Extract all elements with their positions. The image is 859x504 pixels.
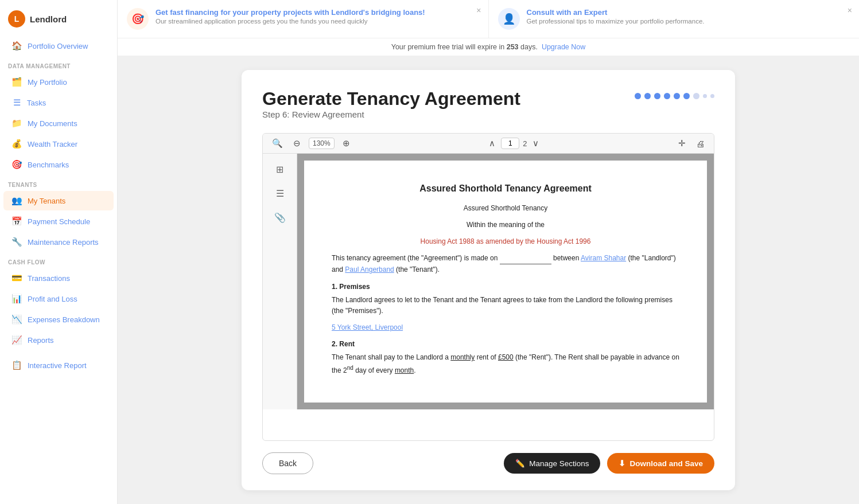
banners-row: 🎯 Get fast financing for your property p… bbox=[118, 0, 859, 38]
dot-4 bbox=[664, 93, 670, 99]
sidebar-item-expenses-breakdown[interactable]: 📉 Expenses Breakdown bbox=[3, 310, 114, 329]
sidebar-item-label: Expenses Breakdown bbox=[28, 315, 100, 324]
payment-icon: 📅 bbox=[11, 216, 22, 226]
content-area: Generate Tenancy Agreement Step 6: Revie… bbox=[118, 56, 859, 504]
sidebar-item-reports[interactable]: 📈 Reports bbox=[3, 330, 114, 350]
edit-icon: ✏️ bbox=[515, 459, 525, 468]
download-save-label: Download and Save bbox=[629, 459, 703, 468]
next-page-button[interactable]: ∨ bbox=[530, 137, 541, 150]
sidebar-item-portfolio-overview[interactable]: 🏠 Portfolio Overview bbox=[3, 36, 114, 56]
portfolio-icon: 🗂️ bbox=[11, 77, 22, 87]
pdf-rent-amount: £500 bbox=[498, 353, 514, 361]
financing-banner-title[interactable]: Get fast financing for your property pro… bbox=[156, 8, 425, 17]
download-save-button[interactable]: ⬇ Download and Save bbox=[607, 453, 714, 474]
sidebar-item-label: My Documents bbox=[28, 119, 77, 128]
sidebar-item-benchmarks[interactable]: 🎯 Benchmarks bbox=[3, 155, 114, 174]
download-icon: ⬇ bbox=[619, 459, 625, 468]
sidebar-item-wealth-tracker[interactable]: 💰 Wealth Tracker bbox=[3, 134, 114, 154]
maintenance-icon: 🔧 bbox=[11, 237, 22, 247]
pdf-intro-text: This tenancy agreement (the "Agreement")… bbox=[332, 253, 679, 275]
pdf-doc-title: Assured Shorthold Tenancy Agreement bbox=[332, 181, 679, 196]
sidebar-item-profit-and-loss[interactable]: 📊 Profit and Loss bbox=[3, 289, 114, 308]
sidebar-item-label: Benchmarks bbox=[28, 161, 69, 169]
thumbnail-tool[interactable]: ⊞ bbox=[270, 159, 290, 179]
person-icon: 👤 bbox=[503, 13, 515, 25]
zoom-level[interactable]: 130% bbox=[309, 138, 335, 149]
pdf-toolbar: 🔍 ⊖ 130% ⊕ ∧ 2 ∨ ✛ 🖨 bbox=[263, 134, 714, 154]
pdf-content: Assured Shorthold Tenancy Agreement Assu… bbox=[297, 154, 714, 409]
sidebar-item-payment-schedule[interactable]: 📅 Payment Schedule bbox=[3, 212, 114, 231]
expert-banner-subtitle: Get professional tips to maximize your p… bbox=[527, 18, 705, 25]
dot-5 bbox=[674, 93, 680, 99]
benchmarks-icon: 🎯 bbox=[11, 159, 22, 170]
manage-sections-label: Manage Sections bbox=[529, 459, 589, 468]
transactions-icon: 💳 bbox=[11, 273, 22, 283]
sidebar-item-tasks[interactable]: ☰ Tasks bbox=[3, 93, 114, 112]
pdf-address: 5 York Street, Liverpool bbox=[332, 322, 679, 333]
sidebar-item-maintenance-reports[interactable]: 🔧 Maintenance Reports bbox=[3, 232, 114, 252]
financing-banner-subtitle: Our streamlined application process gets… bbox=[156, 18, 425, 25]
sidebar-item-label: My Tenants bbox=[28, 197, 65, 205]
sidebar-item-my-tenants[interactable]: 👥 My Tenants bbox=[3, 191, 114, 210]
app-logo: L Lendlord bbox=[0, 0, 117, 36]
dot-9 bbox=[710, 94, 714, 98]
manage-sections-button[interactable]: ✏️ Manage Sections bbox=[504, 453, 600, 474]
page-navigation: ∧ 2 ∨ bbox=[487, 137, 541, 150]
prev-page-button[interactable]: ∧ bbox=[487, 137, 497, 150]
expert-banner-title[interactable]: Consult with an Expert bbox=[527, 8, 705, 17]
pdf-subtitle2: Within the meaning of the bbox=[332, 220, 679, 230]
expert-banner: 👤 Consult with an Expert Get professiona… bbox=[489, 0, 860, 38]
back-button[interactable]: Back bbox=[262, 452, 313, 474]
tenants-icon: 👥 bbox=[11, 196, 22, 206]
financing-banner-text: Get fast financing for your property pro… bbox=[156, 8, 425, 25]
pdf-address-link[interactable]: 5 York Street, Liverpool bbox=[332, 323, 403, 331]
profit-icon: 📊 bbox=[11, 294, 22, 304]
pdf-section1-title: 1. Premises bbox=[332, 282, 679, 292]
section-label-tenants: TENANTS bbox=[0, 175, 117, 190]
dot-2 bbox=[644, 93, 651, 99]
total-pages: 2 bbox=[523, 139, 527, 148]
pdf-monthly-underline: monthly bbox=[450, 353, 475, 361]
sidebar-item-label: Transactions bbox=[28, 274, 70, 283]
pdf-tenant-name[interactable]: Paul Angerband bbox=[345, 265, 394, 274]
financing-banner-close[interactable]: × bbox=[476, 6, 481, 15]
financing-banner-icon-wrap: 🎯 bbox=[127, 8, 149, 30]
pdf-section2-text: The Tenant shall pay to the Landlord a m… bbox=[332, 352, 679, 376]
sidebar-item-my-portfolio[interactable]: 🗂️ My Portfolio bbox=[3, 72, 114, 92]
upgrade-link[interactable]: Upgrade Now bbox=[542, 43, 585, 51]
pdf-landlord-name[interactable]: Aviram Shahar bbox=[581, 254, 626, 262]
sidebar-item-interactive-report[interactable]: 📋 Interactive Report bbox=[3, 355, 114, 375]
wizard-step-label: Step 6: Review Agreement bbox=[262, 110, 520, 119]
sidebar-item-label: Tasks bbox=[27, 99, 46, 107]
search-button[interactable]: 🔍 bbox=[270, 137, 285, 150]
tasks-icon: ☰ bbox=[11, 97, 22, 108]
home-icon: 🏠 bbox=[11, 41, 22, 51]
pdf-panel: ⊞ ☰ 📎 Assured Shorthold Tenancy Agreemen… bbox=[263, 154, 714, 409]
outline-tool[interactable]: ☰ bbox=[270, 183, 290, 203]
sidebar-item-label: Wealth Tracker bbox=[28, 140, 77, 149]
zoom-in-button[interactable]: ⊕ bbox=[340, 137, 352, 150]
expert-banner-close[interactable]: × bbox=[848, 6, 852, 15]
current-page-input[interactable] bbox=[501, 138, 519, 149]
dot-7 bbox=[693, 93, 699, 99]
pdf-section1-text: The Landlord agrees to let to the Tenant… bbox=[332, 295, 679, 317]
print-button[interactable]: 🖨 bbox=[694, 138, 707, 150]
sidebar-item-label: Profit and Loss bbox=[28, 295, 77, 303]
sidebar-item-transactions[interactable]: 💳 Transactions bbox=[3, 268, 114, 288]
pdf-subtitle1: Assured Shorthold Tenancy bbox=[332, 203, 679, 214]
expert-banner-icon-wrap: 👤 bbox=[498, 8, 520, 30]
trial-text: Your premium free trial will expire in 2… bbox=[391, 43, 538, 51]
wizard-title: Generate Tenancy Agreement bbox=[262, 88, 520, 110]
main-content: 🎯 Get fast financing for your property p… bbox=[118, 0, 859, 504]
move-tool-button[interactable]: ✛ bbox=[676, 137, 688, 150]
zoom-out-button[interactable]: ⊖ bbox=[291, 137, 303, 150]
sidebar-item-label: Interactive Report bbox=[28, 361, 87, 370]
footer-right-actions: ✏️ Manage Sections ⬇ Download and Save bbox=[504, 453, 714, 474]
sidebar-item-my-documents[interactable]: 📁 My Documents bbox=[3, 114, 114, 133]
attachment-tool[interactable]: 📎 bbox=[270, 208, 290, 227]
documents-icon: 📁 bbox=[11, 118, 22, 128]
wizard-title-wrap: Generate Tenancy Agreement Step 6: Revie… bbox=[262, 88, 520, 130]
wizard-header: Generate Tenancy Agreement Step 6: Revie… bbox=[262, 88, 714, 130]
expert-banner-text: Consult with an Expert Get professional … bbox=[527, 8, 705, 25]
dot-8 bbox=[703, 94, 707, 98]
